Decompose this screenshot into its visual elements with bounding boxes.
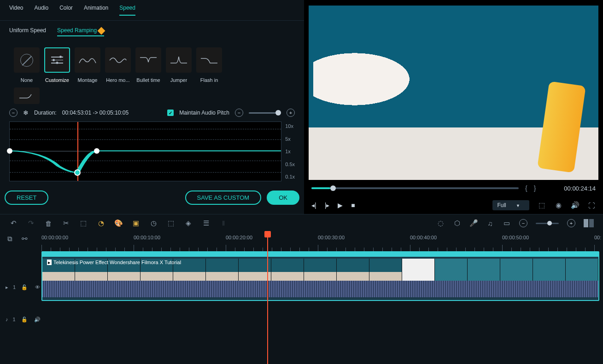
- preview-viewport[interactable]: [309, 6, 598, 180]
- visibility-icon[interactable]: 👁: [33, 283, 41, 291]
- preset-flash-in[interactable]: Flash in: [196, 47, 222, 83]
- speed-subtabs: Uniform Speed Speed Ramping: [0, 21, 304, 43]
- montage-curve-icon: [78, 55, 97, 66]
- preview-quality-select[interactable]: Full ▼: [492, 200, 529, 210]
- adjust-icon[interactable]: ☰: [202, 219, 210, 227]
- video-track-header: ▸ 1 🔓 👁: [0, 273, 41, 301]
- preset-flash-out[interactable]: [14, 87, 40, 104]
- pitch-plus-button[interactable]: +: [287, 109, 295, 117]
- preset-bullet-time[interactable]: Bullet time: [135, 47, 161, 83]
- speed-curve-editor: 10x 5x 1x 0.5x 0.1x: [0, 121, 304, 181]
- speed-axis-labels: 10x 5x 1x 0.5x 0.1x: [285, 121, 295, 181]
- zoom-out-button[interactable]: −: [519, 219, 527, 227]
- fullscreen-icon[interactable]: ⛶: [587, 201, 596, 209]
- crop-icon[interactable]: ⬚: [79, 219, 88, 227]
- preview-timecode: 00:00:24:14: [564, 185, 596, 192]
- timeline-ruler[interactable]: ⧉ ⚯ 00:00:00:00 00:00:10:00 00:00:20:00 …: [0, 232, 603, 251]
- speed-curve-canvas[interactable]: [9, 121, 281, 181]
- track-manager-icon[interactable]: ⧉: [6, 235, 14, 243]
- timeline-zoom-slider[interactable]: [536, 223, 559, 224]
- timeline: ⧉ ⚯ 00:00:00:00 00:00:10:00 00:00:20:00 …: [0, 232, 603, 364]
- preview-panel: { } 00:00:24:14 ◂| |▸ ▶ ■ Full ▼ ⬚ ◉ 🔊 ⛶: [304, 0, 603, 214]
- audio-icon[interactable]: ⦀: [219, 219, 228, 227]
- mark-in-icon[interactable]: {: [525, 185, 527, 192]
- remove-keyframe-button[interactable]: −: [9, 109, 18, 117]
- subtab-speed-ramping[interactable]: Speed Ramping: [57, 27, 104, 36]
- duration-icon[interactable]: ◷: [149, 219, 158, 227]
- premium-badge-icon: [98, 27, 105, 35]
- flash-in-curve-icon: [200, 55, 218, 66]
- fit-icon[interactable]: ⬚: [167, 219, 175, 227]
- preview-scrubber[interactable]: [311, 187, 519, 189]
- reset-button[interactable]: RESET: [5, 191, 48, 205]
- speed-presets: None Customize Montage Hero mo... Bullet…: [0, 43, 304, 87]
- none-icon: [20, 54, 33, 67]
- tab-audio[interactable]: Audio: [34, 5, 48, 16]
- play-button[interactable]: ▶: [338, 202, 343, 209]
- maintain-pitch-checkbox[interactable]: ✓: [167, 110, 174, 116]
- zoom-in-button[interactable]: +: [567, 219, 575, 227]
- thumbnail-icon[interactable]: ▭: [503, 219, 511, 227]
- preset-hero-moment[interactable]: Hero mo...: [105, 47, 131, 83]
- maintain-pitch-label: Maintain Audio Pitch: [179, 110, 229, 116]
- tab-animation[interactable]: Animation: [84, 5, 108, 16]
- pitch-minus-button[interactable]: −: [235, 109, 243, 117]
- preset-montage[interactable]: Montage: [75, 47, 100, 83]
- render-icon[interactable]: ◌: [436, 219, 445, 227]
- sliders-icon: [51, 57, 63, 64]
- video-track-number: 1: [13, 284, 16, 290]
- step-back-button[interactable]: ◂|: [311, 202, 316, 209]
- hero-curve-icon: [109, 55, 127, 66]
- preview-content: [537, 81, 586, 173]
- transport-controls: ◂| |▸ ▶ ■ Full ▼ ⬚ ◉ 🔊 ⛶: [304, 196, 603, 214]
- mute-icon[interactable]: 🔊: [33, 315, 41, 324]
- video-clip[interactable]: ▸Telekinesis Power Effect Wondershare Fi…: [41, 251, 599, 301]
- subtab-uniform-speed[interactable]: Uniform Speed: [9, 27, 46, 36]
- speed-panel: Video Audio Color Animation Speed Unifor…: [0, 0, 304, 214]
- video-track-icon: ▸: [6, 284, 8, 290]
- undo-icon[interactable]: ↶: [9, 219, 18, 227]
- redo-icon[interactable]: ↷: [27, 219, 35, 227]
- green-screen-icon[interactable]: ▣: [132, 219, 140, 227]
- display-icon[interactable]: ⬚: [538, 201, 546, 209]
- keyframe-icon[interactable]: ◈: [184, 219, 193, 227]
- tab-video[interactable]: Video: [9, 5, 23, 16]
- pitch-slider[interactable]: [249, 112, 281, 114]
- volume-icon[interactable]: 🔊: [571, 201, 579, 209]
- voiceover-icon[interactable]: 🎤: [469, 219, 478, 227]
- lock-icon[interactable]: 🔓: [20, 283, 29, 291]
- save-as-custom-button[interactable]: SAVE AS CUSTOM: [185, 191, 262, 205]
- link-icon[interactable]: ⚯: [20, 235, 29, 243]
- stop-button[interactable]: ■: [351, 202, 355, 209]
- mixer-icon[interactable]: ♫: [486, 219, 494, 227]
- curve-point[interactable]: [94, 148, 100, 154]
- preset-none[interactable]: None: [14, 47, 40, 83]
- color-icon[interactable]: 🎨: [114, 219, 123, 227]
- tab-speed[interactable]: Speed: [119, 5, 135, 16]
- clip-waveform: [42, 281, 598, 297]
- curve-point[interactable]: [7, 148, 12, 154]
- freeze-frame-icon[interactable]: ❄: [23, 109, 29, 116]
- delete-icon[interactable]: 🗑: [44, 219, 53, 227]
- split-icon[interactable]: ✂: [62, 219, 70, 227]
- timeline-playhead[interactable]: [267, 232, 268, 364]
- view-mode-icon[interactable]: [584, 219, 594, 227]
- flash-out-curve-icon: [18, 92, 35, 100]
- preset-jumper[interactable]: Jumper: [166, 47, 192, 83]
- duration-value: 00:04:53:01 -> 00:05:10:05: [62, 110, 129, 116]
- marker-icon[interactable]: ⬡: [453, 219, 461, 227]
- ok-button[interactable]: OK: [267, 191, 299, 205]
- tab-color[interactable]: Color: [59, 5, 73, 16]
- timeline-toolbar: ↶ ↷ 🗑 ✂ ⬚ ◔ 🎨 ▣ ◷ ⬚ ◈ ☰ ⦀ ◌ ⬡ 🎤 ♫ ▭ − +: [0, 214, 603, 232]
- clip-title: ▸Telekinesis Power Effect Wondershare Fi…: [47, 260, 181, 266]
- action-buttons: RESET SAVE AS CUSTOM OK: [0, 181, 304, 214]
- audio-track-header: ♪ 1 🔓 🔊: [0, 310, 41, 329]
- audio-track-icon: ♪: [6, 317, 8, 322]
- speed-icon[interactable]: ◔: [97, 219, 105, 227]
- preset-customize[interactable]: Customize: [44, 47, 70, 83]
- curve-point-active[interactable]: [74, 169, 81, 176]
- lock-icon[interactable]: 🔓: [20, 315, 29, 324]
- snapshot-icon[interactable]: ◉: [554, 201, 562, 209]
- step-forward-button[interactable]: |▸: [325, 202, 330, 209]
- mark-out-icon[interactable]: }: [534, 185, 536, 192]
